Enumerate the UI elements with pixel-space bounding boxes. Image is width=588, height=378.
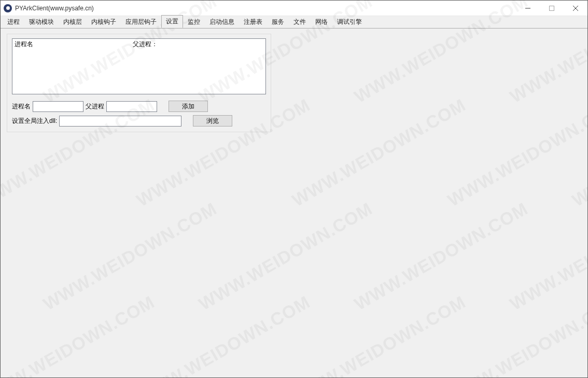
label-global-dll: 设置全局注入dll: <box>12 117 57 125</box>
watermark: WWW.WEIDOWN.COM <box>507 199 588 315</box>
watermark: WWW.WEIDOWN.COM <box>40 199 220 315</box>
tab-1[interactable]: 驱动模块 <box>24 16 59 28</box>
row-process: 进程名 父进程 添加 <box>12 101 266 112</box>
watermark: WWW.WEIDOWN.COM <box>569 95 588 211</box>
label-parent-process: 父进程 <box>86 102 104 111</box>
tab-7[interactable]: 启动信息 <box>205 16 239 28</box>
tab-10[interactable]: 文件 <box>289 16 311 28</box>
input-global-dll[interactable] <box>59 116 181 127</box>
watermark: WWW.WEIDOWN.COM <box>133 292 314 378</box>
settings-panel: 进程名 父进程： 进程名 父进程 添加 设置全局注入dll: 浏览 <box>7 34 271 132</box>
list-col-parent-process: 父进程： <box>133 40 158 49</box>
close-button[interactable] <box>564 1 587 16</box>
window-controls <box>516 1 587 16</box>
content-area: 进程名 父进程： 进程名 父进程 添加 设置全局注入dll: 浏览 <box>1 29 587 377</box>
tab-strip: 进程驱动模块内核层内核钩子应用层钩子设置监控启动信息注册表服务文件网络调试引擎 <box>1 16 587 29</box>
add-button[interactable]: 添加 <box>169 101 208 112</box>
tab-3[interactable]: 内核钩子 <box>87 16 121 28</box>
list-header: 进程名 父进程： <box>15 40 263 49</box>
list-col-process-name: 进程名 <box>15 40 133 49</box>
watermark: WWW.WEIDOWN.COM <box>444 292 588 378</box>
process-listbox[interactable]: 进程名 父进程： <box>12 38 266 94</box>
row-dll: 设置全局注入dll: 浏览 <box>12 115 266 127</box>
label-process-name: 进程名 <box>12 102 31 111</box>
watermark: WWW.WEIDOWN.COM <box>444 95 588 211</box>
app-icon <box>4 4 12 12</box>
tab-6[interactable]: 监控 <box>183 16 205 28</box>
tab-0[interactable]: 进程 <box>3 16 24 28</box>
browse-button[interactable]: 浏览 <box>193 115 232 127</box>
watermark: WWW.WEIDOWN.COM <box>569 292 588 378</box>
svg-rect-1 <box>550 6 554 10</box>
tab-2[interactable]: 内核层 <box>59 16 87 28</box>
input-process-name[interactable] <box>33 101 83 112</box>
watermark: WWW.WEIDOWN.COM <box>195 199 376 315</box>
watermark: WWW.WEIDOWN.COM <box>351 199 531 315</box>
watermark: WWW.WEIDOWN.COM <box>0 292 158 378</box>
tab-5[interactable]: 设置 <box>161 15 183 28</box>
title-bar: PYArkClient(www.pysafe.cn) <box>1 1 587 16</box>
tab-8[interactable]: 注册表 <box>239 16 267 28</box>
app-window: PYArkClient(www.pysafe.cn) 进程驱动模块内核层内核钩子… <box>0 0 588 378</box>
input-parent-process[interactable] <box>106 101 157 112</box>
maximize-button[interactable] <box>540 1 564 16</box>
watermark: WWW.WEIDOWN.COM <box>289 292 469 378</box>
watermark: WWW.WEIDOWN.COM <box>289 95 469 211</box>
tab-12[interactable]: 调试引擎 <box>332 16 367 28</box>
tab-11[interactable]: 网络 <box>311 16 332 28</box>
tab-9[interactable]: 服务 <box>267 16 289 28</box>
window-title: PYArkClient(www.pysafe.cn) <box>15 5 94 12</box>
minimize-button[interactable] <box>516 1 540 16</box>
tab-4[interactable]: 应用层钩子 <box>121 16 161 28</box>
